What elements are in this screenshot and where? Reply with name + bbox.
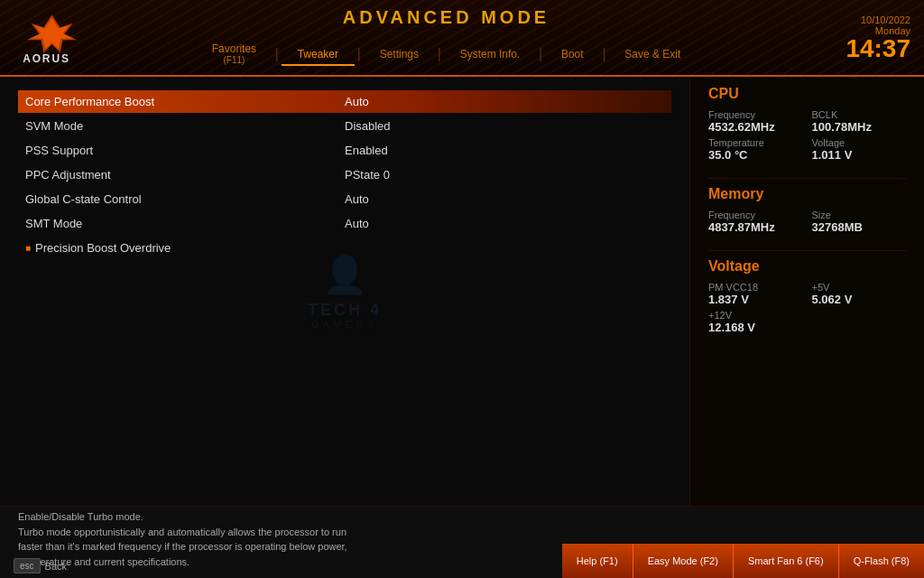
cpu-voltage-value: 1.011 V [812,148,907,162]
pmvcc18-value: 1.837 V [708,293,803,306]
setting-global-cstate[interactable]: Global C-state Control Auto [18,188,671,210]
esc-key[interactable]: esc [14,558,41,573]
memory-section: Memory Frequency 4837.87MHz Size 32768MB [708,186,906,234]
aorus-logo: AORUS [14,11,90,65]
cpu-bclk-label: BCLK [812,109,907,120]
setting-core-performance-boost[interactable]: Core Performance Boost Auto [18,90,671,113]
smart-fan-button[interactable]: Smart Fan 6 (F6) [733,544,838,578]
cpu-frequency-label: Frequency [708,109,803,120]
setting-smt-mode[interactable]: SMT Mode Auto [18,212,671,235]
memory-grid: Frequency 4837.87MHz Size 32768MB [708,210,906,234]
setting-precision-boost-overdrive[interactable]: ■ Precision Boost Overdrive [18,237,671,259]
date-display: 10/10/2022 [861,14,910,25]
mem-size-label: Size [812,210,907,220]
cpu-temp-label: Temperature [708,137,803,148]
esc-bar: esc Back [0,554,80,578]
mem-frequency-value: 4837.87MHz [708,220,803,234]
voltage-grid: PM VCC18 1.837 V +5V 5.062 V +12V 12.168… [708,282,906,334]
logo-area: AORUS [0,0,104,75]
watermark: 👤 TECH 4 GAMERS [308,254,382,330]
svg-marker-1 [31,17,74,49]
cpu-section: CPU Frequency 4532.62MHz BCLK 100.78MHz … [708,86,906,162]
cpu-grid: Frequency 4532.62MHz BCLK 100.78MHz Temp… [708,109,906,162]
cpu-frequency-value: 4532.62MHz [708,120,803,134]
cpu-title: CPU [708,86,906,102]
voltage-title: Voltage [708,258,906,275]
bottom-buttons: Help (F1) Easy Mode (F2) Smart Fan 6 (F6… [562,544,924,578]
main-content: 👤 TECH 4 GAMERS Core Performance Boost A… [0,77,924,506]
cpu-temp-value: 35.0 °C [708,148,803,162]
tab-sysinfo[interactable]: System Info. [444,44,537,66]
easy-mode-button[interactable]: Easy Mode (F2) [633,544,733,578]
divider-1 [708,178,906,179]
plus5v-value: 5.062 V [812,293,907,306]
help-button[interactable]: Help (F1) [562,544,633,578]
plus12v-label: +12V [708,310,803,321]
cpu-voltage-label: Voltage [812,137,907,148]
page-title: ADVANCED MODE [343,7,550,28]
voltage-section: Voltage PM VCC18 1.837 V +5V 5.062 V +12… [708,258,906,334]
nav-tabs: Favorites (F11) | Tweaker | Settings | S… [196,39,698,70]
plus12v-value: 12.168 V [708,321,803,334]
divider-2 [708,250,906,251]
cpu-bclk-value: 100.78MHz [812,120,907,134]
description-bar: Enable/Disable Turbo mode. Turbo mode op… [0,506,924,578]
datetime-area: 10/10/2022 Monday 14:37 [789,0,924,75]
header: AORUS ADVANCED MODE Favorites (F11) | Tw… [0,0,924,77]
setting-pss-support[interactable]: PSS Support Enabled [18,139,671,162]
info-panel: CPU Frequency 4532.62MHz BCLK 100.78MHz … [689,77,924,506]
mem-size-value: 32768MB [812,220,907,234]
settings-panel: 👤 TECH 4 GAMERS Core Performance Boost A… [0,77,689,506]
setting-ppc-adjustment[interactable]: PPC Adjustment PState 0 [18,163,671,186]
tab-boot[interactable]: Boot [545,44,600,66]
title-area: ADVANCED MODE Favorites (F11) | Tweaker … [104,0,789,75]
pmvcc18-label: PM VCC18 [708,282,803,293]
svg-text:AORUS: AORUS [23,52,70,65]
memory-title: Memory [708,186,906,202]
plus5v-label: +5V [812,282,907,293]
time-display: 14:37 [845,36,910,61]
setting-svm-mode[interactable]: SVM Mode Disabled [18,115,671,137]
tab-tweaker[interactable]: Tweaker [282,44,355,66]
tab-favorites[interactable]: Favorites (F11) [196,39,273,70]
q-flash-button[interactable]: Q-Flash (F8) [838,544,924,578]
esc-label: Back [45,561,67,572]
tab-saveexit[interactable]: Save & Exit [608,44,697,66]
tab-settings[interactable]: Settings [364,44,435,66]
mem-frequency-label: Frequency [708,210,803,220]
description-text: Enable/Disable Turbo mode. Turbo mode op… [0,500,562,578]
